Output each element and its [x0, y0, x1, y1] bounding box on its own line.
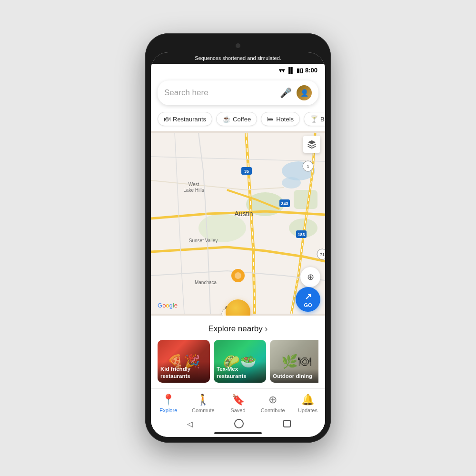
svg-text:35: 35	[244, 169, 249, 174]
signal-icon: ▐▌	[287, 67, 295, 74]
pill-restaurants-label: Restaurants	[173, 116, 206, 123]
svg-text:Sunset Valley: Sunset Valley	[189, 238, 218, 243]
pill-coffee[interactable]: ☕ Coffee	[216, 112, 257, 126]
google-logo: Google	[158, 302, 178, 309]
nav-commute[interactable]: 🚶 Commute	[186, 393, 220, 414]
svg-text:71: 71	[320, 252, 325, 257]
tex-mex-label: Tex-Mex restaurants	[217, 366, 263, 380]
map-svg: 35 343 183 71 1 45 Austin West Lake Hill…	[151, 131, 325, 316]
pill-hotels[interactable]: 🛏 Hotels	[261, 112, 300, 126]
svg-text:Lake Hills: Lake Hills	[183, 188, 204, 193]
status-bar: ▾▾ ▐▌ ▮▯ 8:00	[151, 64, 325, 76]
go-arrow-icon: ↗	[305, 291, 312, 302]
svg-text:West: West	[188, 182, 199, 187]
nav-contribute[interactable]: ⊕ Contribute	[256, 393, 290, 414]
search-bar[interactable]: Search here 🎤 👤	[158, 80, 318, 105]
pill-bars-label: Bars	[320, 116, 325, 123]
phone-frame: Sequences shortened and simulated. ▾▾ ▐▌…	[145, 33, 331, 443]
bars-icon: 🍸	[310, 115, 318, 123]
explore-header: Explore nearby ›	[158, 323, 318, 334]
svg-point-25	[235, 272, 241, 279]
explore-card-kid-friendly[interactable]: 🍕🎉 Kid friendly restaurants	[158, 340, 210, 383]
svg-text:343: 343	[281, 201, 288, 206]
back-button[interactable]: ◁	[185, 419, 195, 428]
explore-nav-label: Explore	[159, 407, 177, 413]
search-placeholder: Search here	[164, 88, 275, 98]
tex-mex-overlay: Tex-Mex restaurants	[214, 362, 266, 383]
commute-nav-label: Commute	[192, 407, 215, 413]
location-icon: ⊕	[307, 272, 314, 282]
explore-title: Explore nearby	[208, 324, 262, 334]
explore-section: Explore nearby › 🍕🎉 Kid friendly restaur…	[151, 316, 325, 388]
commute-nav-icon: 🚶	[197, 394, 209, 406]
my-location-button[interactable]: ⊕	[300, 267, 320, 287]
user-avatar[interactable]: 👤	[297, 85, 312, 100]
status-time: 8:00	[305, 67, 317, 74]
layers-icon	[307, 139, 317, 149]
avatar-img: 👤	[300, 89, 308, 97]
microphone-icon[interactable]: 🎤	[280, 87, 292, 99]
map-area[interactable]: 35 343 183 71 1 45 Austin West Lake Hill…	[151, 131, 325, 316]
bottom-nav: 📍 Explore 🚶 Commute 🔖 Saved ⊕ Contribute…	[151, 388, 325, 416]
explore-card-tex-mex[interactable]: 🌮🥗 Tex-Mex restaurants	[214, 340, 266, 383]
go-navigation-button[interactable]: ↗ GO	[296, 287, 320, 312]
phone-screen: Sequences shortened and simulated. ▾▾ ▐▌…	[151, 52, 325, 437]
svg-text:Austin: Austin	[235, 210, 253, 218]
home-button[interactable]	[234, 419, 244, 428]
saved-nav-icon: 🔖	[232, 394, 245, 406]
phone-notch	[151, 39, 325, 52]
updates-nav-label: Updates	[298, 407, 317, 413]
outdoor-label: Outdoor dining	[273, 373, 318, 380]
restaurants-icon: 🍽	[164, 115, 170, 123]
home-indicator-bar	[214, 432, 262, 434]
pill-restaurants[interactable]: 🍽 Restaurants	[158, 112, 212, 126]
search-bar-container: Search here 🎤 👤	[151, 76, 325, 109]
explore-cards: 🍕🎉 Kid friendly restaurants 🌮🥗 Tex-Mex r…	[158, 340, 318, 385]
contribute-nav-label: Contribute	[261, 407, 285, 413]
sim-notification: Sequences shortened and simulated.	[151, 52, 325, 64]
coffee-icon: ☕	[222, 115, 230, 123]
recents-button[interactable]	[283, 420, 291, 427]
system-nav-area: ◁	[151, 416, 325, 437]
nav-saved[interactable]: 🔖 Saved	[220, 393, 255, 414]
kid-friendly-label: Kid friendly restaurants	[160, 366, 207, 380]
wifi-icon: ▾▾	[279, 67, 285, 74]
pill-bars[interactable]: 🍸 Bars	[304, 112, 325, 126]
svg-text:1: 1	[307, 164, 309, 169]
outdoor-overlay: Outdoor dining	[270, 369, 318, 383]
system-nav-buttons: ◁	[151, 419, 325, 428]
kid-friendly-overlay: Kid friendly restaurants	[158, 362, 210, 383]
phone-camera	[236, 43, 240, 48]
nav-updates[interactable]: 🔔 Updates	[290, 393, 325, 414]
go-label: GO	[304, 302, 312, 308]
map-layers-button[interactable]	[303, 136, 320, 153]
category-pills: 🍽 Restaurants ☕ Coffee 🛏 Hotels 🍸 Bars	[151, 109, 325, 131]
pill-hotels-label: Hotels	[276, 116, 294, 123]
battery-icon: ▮▯	[297, 67, 303, 74]
nav-explore[interactable]: 📍 Explore	[151, 393, 186, 414]
svg-point-2	[282, 177, 301, 188]
explore-nav-icon: 📍	[162, 394, 175, 406]
hotels-icon: 🛏	[267, 115, 274, 123]
contribute-nav-icon: ⊕	[268, 394, 277, 406]
svg-text:Manchaca: Manchaca	[195, 280, 217, 285]
svg-text:183: 183	[298, 232, 305, 237]
updates-nav-icon: 🔔	[301, 394, 314, 406]
status-icons: ▾▾ ▐▌ ▮▯ 8:00	[279, 67, 317, 74]
saved-nav-label: Saved	[230, 407, 245, 413]
svg-rect-4	[294, 190, 317, 209]
explore-card-outdoor[interactable]: 🌿🍽 Outdoor dining	[270, 340, 318, 383]
pill-coffee-label: Coffee	[233, 116, 251, 123]
explore-more-icon[interactable]: ›	[265, 323, 268, 334]
